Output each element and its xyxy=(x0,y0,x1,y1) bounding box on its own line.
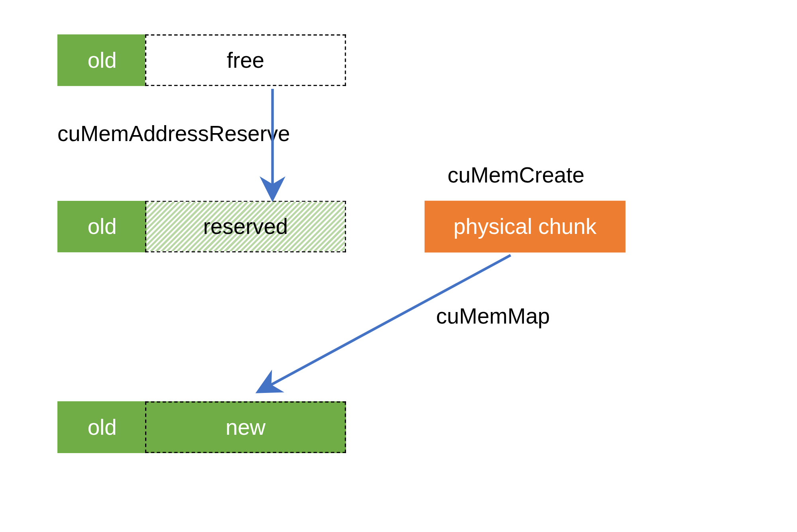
row1-free-label: free xyxy=(227,49,264,71)
physical-chunk-block: physical chunk xyxy=(425,201,626,253)
row2-reserved-label: reserved xyxy=(203,216,288,238)
row3-new-block: new xyxy=(145,401,346,453)
row3-old-block: old xyxy=(57,401,147,453)
reserve-call-label: cuMemAddressReserve xyxy=(57,122,290,146)
row1-free-block: free xyxy=(145,34,346,86)
row2-old-block: old xyxy=(57,201,147,253)
diagram-canvas: old free cuMemAddressReserve old reserve… xyxy=(0,0,797,528)
arrow-reserve xyxy=(261,89,284,198)
row3-new-label: new xyxy=(226,416,266,438)
row2-old-label: old xyxy=(88,216,117,238)
row3-old-label: old xyxy=(88,416,117,438)
arrow-map xyxy=(258,255,522,404)
row2-reserved-block: reserved xyxy=(145,201,346,253)
create-call-label: cuMemCreate xyxy=(447,163,584,188)
physical-chunk-label: physical chunk xyxy=(453,216,596,238)
row1-old-label: old xyxy=(88,49,117,71)
row1-old-block: old xyxy=(57,34,147,86)
svg-line-1 xyxy=(267,255,511,387)
